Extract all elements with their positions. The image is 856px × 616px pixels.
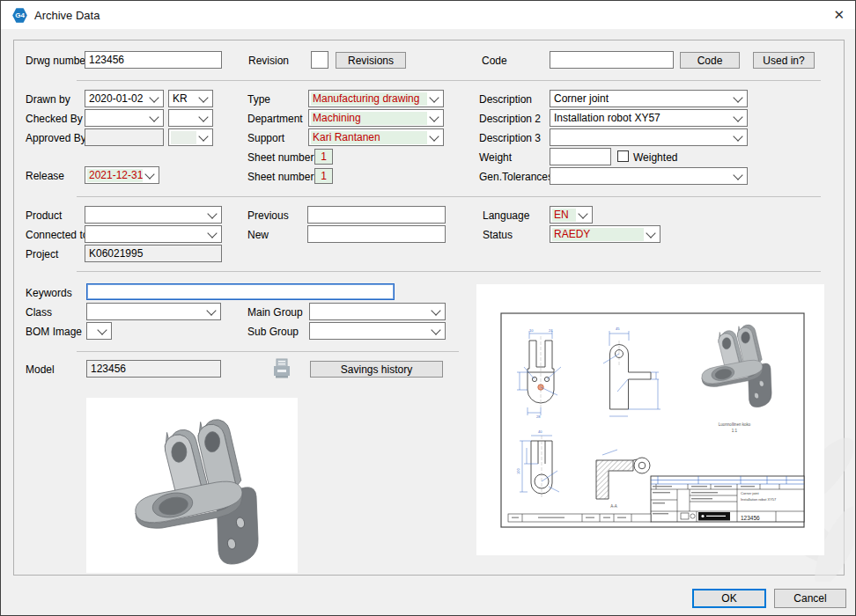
language-value: EN [552, 209, 576, 222]
bom-image-label: BOM Image [26, 326, 82, 338]
weighted-label: Weighted [633, 151, 677, 164]
chevron-down-icon [198, 92, 208, 102]
model-label: Model [26, 363, 55, 376]
code-button[interactable]: Code [680, 52, 740, 69]
used-in-button[interactable]: Used in? [753, 52, 815, 69]
model-value: 123456 [91, 363, 126, 375]
weight-label: Weight [479, 151, 512, 164]
class-label: Class [26, 306, 52, 319]
description3-combo[interactable] [550, 128, 748, 146]
chevron-down-icon [149, 92, 159, 102]
g4-app-icon: G4 [12, 8, 27, 23]
checked-initials-combo[interactable] [168, 109, 213, 127]
gen-tolerances-combo[interactable] [550, 167, 748, 185]
class-combo[interactable] [86, 303, 221, 320]
description3-value [552, 131, 731, 144]
checked-by-label: Checked By [26, 113, 83, 125]
chevron-down-icon [733, 170, 742, 180]
chevron-down-icon [646, 228, 655, 238]
code-label: Code [482, 55, 507, 67]
sheet-numbers-label: Sheet numbers [247, 171, 319, 183]
sheet-bottom-strip [508, 514, 651, 522]
department-value: Machining [311, 112, 427, 125]
status-label: Status [483, 229, 513, 241]
approved-initials-combo[interactable] [168, 128, 213, 146]
description2-value: Installation robot XY57 [552, 112, 731, 125]
drawn-initials-value: KR [171, 92, 196, 106]
support-combo[interactable]: Kari Rantanen [308, 128, 444, 146]
release-combo[interactable]: 2021-12-31 [85, 166, 159, 184]
model-field: 123456 [86, 360, 221, 378]
sub-group-label: Sub Group [247, 326, 299, 338]
language-combo[interactable]: EN [550, 206, 593, 224]
title-block: Corner joint Installation robot XY57 123… [651, 476, 804, 522]
support-label: Support [247, 132, 284, 144]
weight-field[interactable] [550, 148, 611, 165]
weighted-checkbox[interactable] [617, 150, 629, 162]
description2-label: Description 2 [479, 113, 541, 125]
drawn-date-combo[interactable]: 2020-01-02 [85, 90, 164, 107]
checked-date-value [87, 112, 147, 125]
revision-field[interactable] [311, 51, 328, 69]
connected-to-value [87, 228, 205, 241]
separator [77, 80, 821, 81]
description-value: Corner joint [552, 92, 731, 106]
chevron-down-icon [429, 92, 439, 102]
chevron-down-icon [429, 112, 439, 121]
dim-label: 45 [616, 326, 620, 331]
sub-group-value [312, 325, 429, 338]
product-combo[interactable] [85, 206, 222, 224]
drwg-number-field[interactable]: 123456 [85, 51, 222, 69]
previous-field[interactable] [307, 206, 446, 224]
model-3d-preview [86, 398, 298, 573]
type-label: Type [247, 93, 270, 106]
close-icon[interactable]: ✕ [833, 7, 845, 23]
printer-icon [272, 358, 291, 381]
main-group-combo[interactable] [309, 303, 446, 320]
status-value: RAEDY [552, 228, 644, 241]
revisions-button[interactable]: Revisions [336, 52, 406, 69]
connected-to-combo[interactable] [85, 225, 222, 243]
product-label: Product [26, 209, 62, 222]
sheet-number-field[interactable]: 1 [314, 149, 333, 165]
chevron-down-icon [431, 325, 440, 334]
chevron-down-icon [144, 169, 154, 179]
dim-label: 28 [536, 414, 541, 419]
drawn-initials-combo[interactable]: KR [168, 90, 213, 107]
keywords-field[interactable] [86, 283, 395, 300]
main-group-value [312, 305, 429, 319]
dim-label: 100 [516, 468, 520, 474]
status-combo[interactable]: RAEDY [550, 225, 660, 243]
chevron-down-icon [198, 112, 208, 121]
sheet-numbers-field[interactable]: 1 [314, 168, 333, 184]
chevron-down-icon [149, 112, 159, 121]
dim-label: 24 [549, 328, 553, 333]
bom-image-value [89, 325, 95, 338]
sheet-number-label: Sheet number [247, 151, 314, 164]
savings-history-button[interactable]: Savings history [310, 361, 443, 378]
description2-combo[interactable]: Installation robot XY57 [550, 109, 748, 127]
approved-by-label: Approved By [26, 132, 86, 144]
bom-image-combo[interactable] [86, 322, 112, 340]
main-group-label: Main Group [247, 306, 303, 319]
code-field[interactable] [550, 51, 674, 69]
class-value [89, 305, 204, 319]
chevron-down-icon [578, 209, 587, 218]
description-combo[interactable]: Corner joint [550, 90, 748, 107]
type-combo[interactable]: Manufacturing drawing [308, 90, 444, 107]
release-value: 2021-12-31 [87, 169, 143, 182]
department-combo[interactable]: Machining [308, 109, 444, 127]
chevron-down-icon [431, 305, 440, 315]
drwg-number-value: 123456 [89, 54, 124, 66]
gen-tolerances-label: Gen.Tolerances [479, 171, 553, 183]
sub-group-combo[interactable] [309, 322, 446, 340]
ok-button[interactable]: OK [692, 589, 766, 608]
separator [77, 271, 821, 272]
iso-caption: Luonnollinen koko [719, 422, 751, 427]
checked-initials-value [171, 112, 196, 125]
title-block-description: Corner joint [741, 491, 760, 495]
description3-label: Description 3 [479, 132, 541, 144]
cancel-button[interactable]: Cancel [774, 589, 846, 608]
checked-date-combo[interactable] [85, 109, 164, 127]
new-field[interactable] [307, 225, 446, 243]
